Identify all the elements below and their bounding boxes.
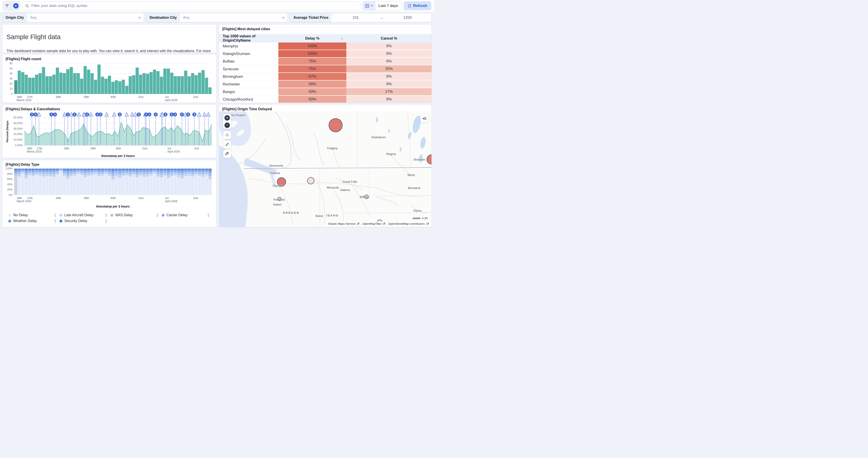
crosshair-icon (225, 133, 229, 137)
wrench-icon (225, 152, 229, 156)
add-filter-button[interactable]: + (11, 1, 20, 10)
cell-delay-percent[interactable]: 100% (278, 42, 346, 50)
map-zoom-in-button[interactable]: + (224, 115, 230, 121)
cell-delay-percent[interactable]: 100% (278, 50, 346, 58)
cell-delay-percent[interactable]: 67% (278, 73, 346, 81)
map-basemap (219, 111, 432, 227)
kql-search-box[interactable] (22, 1, 361, 10)
date-range-label[interactable]: Last 7 days (375, 1, 401, 10)
cell-cancel-percent[interactable]: 25% (346, 65, 432, 73)
cell-delay-percent[interactable]: 50% (278, 88, 346, 96)
svg-text:3: 3 (51, 113, 52, 116)
map-city-label-billings: Billings (360, 195, 369, 199)
map-city-label-portland: Portland (274, 198, 285, 201)
legend-item-nas-delay[interactable]: NAS Delay (111, 213, 162, 217)
legend-item-late-aircraft-delay[interactable]: Late Aircraft Delay (60, 213, 111, 217)
attribution-link[interactable]: Elastic Maps Service (329, 222, 355, 225)
sort-descending-icon[interactable]: ↓ (341, 34, 343, 42)
table-row: Buffalo75%0% (219, 58, 432, 65)
destination-city-filter[interactable]: Destination City Any (146, 13, 288, 22)
cell-cancel-percent[interactable]: 17% (346, 88, 432, 96)
svg-text:March 2025: March 2025 (27, 150, 41, 153)
map-city-label-regina: Regina (386, 152, 396, 156)
attribution-link[interactable]: OpenMapTiles (363, 222, 381, 225)
delays-cancellations-chart[interactable]: 0.00%10.00%20.00%30.00%40.00%50.00%34!33… (5, 112, 213, 157)
price-range: 101 → 1200 (332, 13, 432, 22)
col-header-origin-city[interactable]: Top 1000 values of OriginCityName (219, 34, 278, 42)
map-zoom-out-button[interactable]: − (224, 123, 230, 128)
map-canvas[interactable]: Prince RupertSaskatoonCalgaryReginaBrand… (219, 111, 432, 227)
svg-text:30: 30 (10, 77, 13, 80)
external-link-icon (383, 222, 385, 225)
svg-text:!: ! (204, 114, 205, 116)
cell-cancel-percent[interactable]: 0% (346, 50, 432, 58)
svg-text:1st: 1st (165, 95, 168, 99)
legend-color-dot (60, 214, 62, 217)
date-picker[interactable]: Last 7 days (363, 1, 401, 10)
map-city-label-brandon: Brandon (414, 158, 425, 161)
legend-item-menu-icon[interactable] (55, 220, 56, 222)
legend-item-menu-icon[interactable] (106, 214, 106, 217)
svg-text:2: 2 (149, 113, 150, 116)
map-state-label-oregon: OREGON (283, 211, 300, 214)
map-bubble[interactable] (329, 118, 343, 132)
svg-text:1st: 1st (165, 196, 168, 200)
panel-flight-count: [Flights] Flight count 010203040506026th… (2, 54, 216, 103)
refresh-button[interactable]: Refresh (404, 1, 431, 10)
dashboard-controls-row: Origin City Any Destination City Any Ave… (0, 12, 434, 24)
legend-item-security-delay[interactable]: Security Delay (60, 219, 111, 223)
svg-text:timestamp per 3 hours: timestamp per 3 hours (96, 205, 130, 208)
map-zoom-controls: + − (223, 114, 231, 129)
svg-text:40.00%: 40.00% (13, 122, 23, 125)
legend-color-dot (8, 214, 11, 217)
map-fullscreen-button[interactable] (223, 141, 231, 149)
cell-cancel-percent[interactable]: 0% (346, 73, 432, 81)
legend-item-menu-icon[interactable] (208, 214, 209, 217)
map-city-label-calgary: Calgary (327, 147, 338, 150)
table-header-row: Top 1000 values of OriginCityName Delay … (219, 34, 432, 42)
legend-item-weather-delay[interactable]: Weather Delay (8, 219, 60, 223)
svg-text:50: 50 (10, 67, 13, 70)
svg-text:2: 2 (67, 113, 68, 116)
col-header-cancel[interactable]: Cancel % (346, 34, 432, 42)
map-city-label-saskatoon: Saskatoon (371, 135, 386, 139)
svg-text:2: 2 (74, 113, 75, 116)
legend-item-carrier-delay[interactable]: Carrier Delay (162, 213, 213, 217)
legend-label: Late Aircraft Delay (64, 213, 94, 217)
avg-ticket-price-filter[interactable]: Average Ticket Price 101 → 1200 (290, 13, 432, 22)
cell-delay-percent[interactable]: 75% (278, 65, 346, 73)
panel-title: [Flights] Origin Time Delayed (219, 105, 432, 111)
panel-delays-cancellations: [Flights] Delays & Cancellations 0.00%10… (2, 104, 216, 158)
map-legend-toggle-button[interactable] (421, 115, 428, 123)
cell-cancel-percent[interactable]: 0% (346, 58, 432, 65)
price-min-value[interactable]: 101 (332, 16, 380, 20)
col-header-delay[interactable]: Delay % (278, 34, 346, 42)
cell-delay-percent[interactable]: 75% (278, 58, 346, 65)
kql-search-input[interactable] (31, 3, 358, 8)
cell-delay-percent[interactable]: 56% (278, 81, 346, 88)
cell-delay-percent[interactable]: 50% (278, 96, 346, 103)
origin-city-filter[interactable]: Origin City Any (2, 13, 144, 22)
legend-item-menu-icon[interactable] (157, 214, 158, 217)
delay-type-chart[interactable]: 0%20%40%60%80%100%26thMarch 202527th28th… (5, 167, 213, 211)
legend-item-menu-icon[interactable] (106, 220, 106, 222)
cell-cancel-percent[interactable]: 0% (346, 96, 432, 103)
flight-count-chart[interactable]: 010203040506026thMarch 202527th28th29th3… (5, 62, 213, 101)
panel-title: [Flights] Delay Type (2, 160, 216, 166)
map-city-label-vancouver: Vancouver (269, 164, 283, 167)
date-picker-quick-menu[interactable] (363, 1, 375, 10)
arrow-right-icon: → (380, 16, 383, 20)
map-set-to-data-bounds-button[interactable] (223, 131, 231, 139)
cell-cancel-percent[interactable]: 0% (346, 81, 432, 88)
map-tools-button[interactable] (223, 150, 231, 158)
price-max-value[interactable]: 1200 (383, 16, 432, 20)
legend-item-menu-icon[interactable] (55, 214, 56, 217)
svg-text:50.00%: 50.00% (13, 116, 23, 119)
legend-item-no-delay[interactable]: No Delay (8, 213, 60, 217)
cell-cancel-percent[interactable]: 0% (346, 42, 432, 50)
svg-text:2: 2 (181, 113, 183, 116)
svg-text:20%: 20% (7, 188, 12, 191)
filter-menu-button[interactable] (3, 1, 11, 10)
map-bubble[interactable] (307, 177, 314, 184)
attribution-link[interactable]: OpenStreetMap contributors (389, 222, 425, 225)
